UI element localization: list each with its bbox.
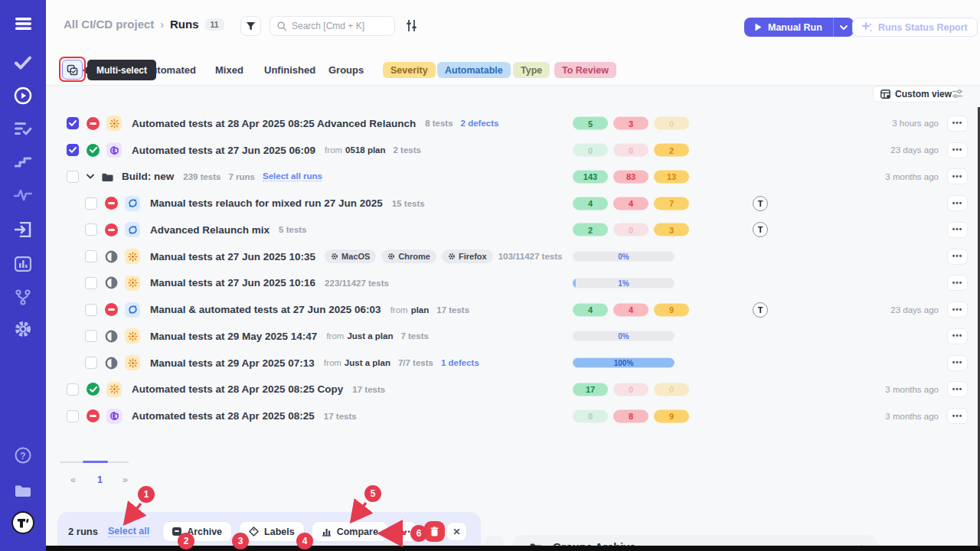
row-menu-button[interactable]: ••• — [947, 195, 968, 211]
run-title[interactable]: Manual & automated tests at 27 Jun 2025 … — [150, 304, 381, 315]
sidebar-item-reports[interactable] — [0, 251, 46, 277]
row-menu-button[interactable]: ••• — [947, 142, 968, 158]
manual-run-button[interactable]: Manual Run — [744, 18, 833, 37]
tab-unfinished[interactable]: Unfinished — [264, 64, 315, 76]
row-checkbox[interactable] — [67, 117, 79, 129]
runs-status-report-button[interactable]: Runs Status Report — [852, 18, 978, 37]
chevron-down-icon — [87, 174, 94, 179]
row-lead: Automated tests at 28 Apr 2025 08:25 Cop… — [57, 377, 393, 403]
run-title[interactable]: Automated tests at 28 Apr 2025 08:25 Cop… — [132, 383, 343, 395]
sidebar-item-settings[interactable] — [0, 316, 46, 342]
sidebar-item-runs[interactable] — [0, 83, 46, 109]
platform-chip: Firefox — [442, 249, 493, 263]
archive-button[interactable]: Archive — [162, 521, 232, 542]
tab-mixed[interactable]: Mixed — [215, 64, 243, 76]
run-title[interactable]: Automated tests at 28 Apr 2025 08:25 Adv… — [132, 118, 416, 129]
row-checkbox[interactable] — [85, 330, 97, 342]
row-menu-button[interactable]: ••• — [947, 275, 968, 291]
select-all-link[interactable]: Select all — [108, 526, 149, 537]
more-actions-button[interactable]: ••• — [395, 521, 417, 542]
failed-count-pill: 4 — [613, 303, 648, 316]
sidebar-item-inbox[interactable] — [0, 217, 46, 243]
row-checkbox[interactable] — [85, 250, 97, 262]
row-menu-button[interactable]: ••• — [947, 302, 968, 318]
pagination-indicator — [60, 461, 129, 463]
run-title[interactable]: Automated tests at 28 Apr 2025 08:25 — [132, 410, 315, 422]
sidebar-item-help[interactable]: ? — [0, 442, 46, 468]
chip-to-review[interactable]: To Review — [554, 62, 616, 78]
relaunch-icon — [128, 198, 138, 208]
bar-chart-icon — [15, 256, 31, 272]
in-progress-status-icon — [105, 357, 118, 370]
failed-count-pill: 83 — [613, 170, 648, 183]
row-menu-button[interactable]: ••• — [947, 355, 968, 371]
defects-link[interactable]: 2 defects — [461, 119, 499, 128]
adjustments-icon[interactable] — [405, 19, 418, 32]
pagination-prev[interactable]: « — [70, 474, 76, 485]
row-checkbox[interactable] — [67, 144, 79, 156]
run-title[interactable]: Manual tests at 29 May 2025 14:47 — [150, 331, 317, 342]
defects-link[interactable]: 1 defects — [441, 358, 479, 367]
chip-severity[interactable]: Severity — [383, 62, 436, 78]
run-title[interactable]: Advanced Relaunch mix — [150, 224, 270, 236]
close-action-bar-button[interactable]: ✕ — [446, 522, 467, 541]
compare-button[interactable]: Compare — [312, 521, 388, 542]
sidebar-item-test-cases[interactable] — [0, 50, 46, 76]
row-menu-button[interactable]: ••• — [947, 381, 968, 397]
failed-count-pill: 4 — [613, 197, 648, 210]
sidebar-item-menu[interactable] — [0, 11, 46, 37]
custom-view-button[interactable]: Custom view — [873, 86, 959, 103]
search-input[interactable]: Search [Cmd + K] — [270, 16, 395, 36]
labels-button[interactable]: Labels — [239, 521, 305, 542]
row-menu-button[interactable]: ••• — [947, 408, 968, 424]
automation-sparkle-icon — [109, 119, 119, 129]
row-checkbox[interactable] — [85, 223, 97, 236]
pagination-page-1[interactable]: 1 — [97, 474, 103, 485]
filter-button[interactable] — [240, 16, 261, 36]
multi-select-tooltip: Multi-select — [87, 60, 156, 80]
sidebar-item-workflows[interactable] — [0, 284, 46, 310]
run-title[interactable]: Automated tests at 27 Jun 2025 06:09 — [132, 145, 315, 156]
row-checkbox[interactable] — [67, 171, 79, 183]
row-menu-button[interactable]: ••• — [947, 328, 968, 344]
run-title[interactable]: Manual tests at 29 Apr 2025 07:13 — [150, 357, 315, 369]
run-title[interactable]: Manual tests relauch for mixed run 27 Ju… — [150, 197, 383, 209]
pagination-indicator-active — [83, 461, 108, 463]
sidebar-item-workspace-logo[interactable] — [0, 510, 46, 536]
hamburger-icon — [14, 16, 33, 31]
row-checkbox[interactable] — [85, 197, 97, 210]
automated-run-icon — [109, 145, 119, 155]
bottom-strip — [46, 546, 980, 551]
row-checkbox[interactable] — [85, 304, 97, 316]
view-settings-icon[interactable] — [952, 89, 963, 99]
row-menu-button[interactable]: ••• — [947, 222, 968, 238]
sidebar-item-milestones[interactable] — [0, 148, 46, 174]
breadcrumb-project[interactable]: All CI/CD project — [64, 18, 154, 31]
row-checkbox[interactable] — [67, 383, 79, 396]
sidebar-item-projects[interactable] — [0, 477, 46, 503]
pagination-next[interactable]: » — [122, 474, 128, 485]
run-type-icon — [125, 249, 140, 264]
run-title[interactable]: Manual tests at 27 Jun 2025 10:16 — [150, 277, 315, 289]
sidebar-item-activity[interactable] — [0, 182, 46, 208]
sidebar-item-test-plans[interactable] — [0, 116, 46, 142]
row-menu-button[interactable]: ••• — [947, 168, 968, 184]
failed-status-icon — [105, 223, 118, 236]
expand-chevron[interactable] — [87, 174, 94, 179]
run-type-icon — [106, 116, 122, 131]
row-checkbox[interactable] — [85, 357, 97, 369]
tab-groups[interactable]: Groups — [328, 64, 364, 76]
delete-button[interactable] — [424, 521, 445, 542]
row-checkbox[interactable] — [85, 277, 97, 289]
select-all-runs-link[interactable]: Select all runs — [263, 171, 322, 181]
branch-icon — [15, 289, 31, 305]
row-menu-button[interactable]: ••• — [947, 116, 968, 132]
chip-automatable[interactable]: Automatable — [437, 62, 511, 78]
row-menu-button[interactable]: ••• — [947, 249, 968, 265]
chip-type[interactable]: Type — [513, 62, 550, 78]
run-title[interactable]: Manual tests at 27 Jun 2025 10:35 — [150, 251, 315, 262]
row-checkbox[interactable] — [67, 410, 79, 422]
multi-select-button[interactable] — [62, 60, 83, 80]
manual-run-dropdown[interactable] — [833, 18, 854, 37]
run-title[interactable]: Build: new — [122, 171, 174, 182]
